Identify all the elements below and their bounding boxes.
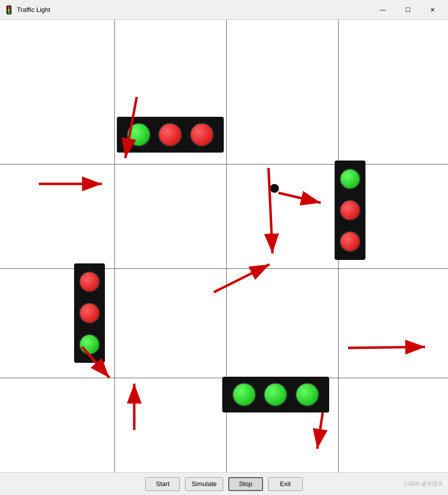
light-bottom-1 [232, 383, 256, 407]
traffic-light-right [335, 161, 365, 260]
svg-point-3 [8, 11, 10, 13]
traffic-light-left [74, 263, 105, 363]
road-h-2 [0, 268, 448, 269]
minimize-button[interactable]: — [371, 2, 394, 17]
toolbar: Start Simulate Stop Exit CSDN @月溶天 [0, 472, 448, 495]
close-button[interactable]: ✕ [421, 2, 444, 17]
arrow-4 [278, 193, 321, 203]
svg-point-2 [8, 8, 10, 11]
light-left-1 [79, 271, 100, 292]
simulate-button[interactable]: Simulate [185, 477, 223, 491]
maximize-button[interactable]: ☐ [396, 2, 419, 17]
light-bottom-3 [295, 383, 319, 407]
titlebar-left: Traffic Light [4, 5, 50, 15]
simulation-canvas [0, 20, 448, 472]
light-right-3 [340, 231, 360, 252]
app-icon [4, 5, 14, 15]
car [270, 184, 279, 193]
light-top-1 [127, 123, 151, 147]
exit-button[interactable]: Exit [268, 477, 303, 491]
arrow-3 [269, 168, 272, 253]
titlebar-controls: — ☐ ✕ [371, 2, 444, 17]
start-button[interactable]: Start [145, 477, 180, 491]
light-bottom-2 [264, 383, 287, 407]
titlebar: Traffic Light — ☐ ✕ [0, 0, 448, 20]
light-right-2 [340, 200, 360, 221]
light-right-1 [340, 168, 360, 189]
light-left-3 [79, 334, 100, 355]
road-v-1 [114, 20, 115, 472]
traffic-light-bottom [222, 377, 329, 412]
light-top-2 [158, 123, 182, 147]
light-top-3 [190, 123, 214, 147]
stop-button[interactable]: Stop [228, 477, 263, 491]
arrow-8 [317, 412, 323, 449]
svg-point-1 [8, 6, 10, 8]
light-left-2 [79, 303, 100, 324]
arrow-9 [348, 347, 425, 348]
traffic-light-top [117, 117, 224, 153]
app-title: Traffic Light [17, 6, 50, 13]
road-h-1 [0, 164, 448, 165]
watermark: CSDN @月溶天 [404, 480, 443, 488]
